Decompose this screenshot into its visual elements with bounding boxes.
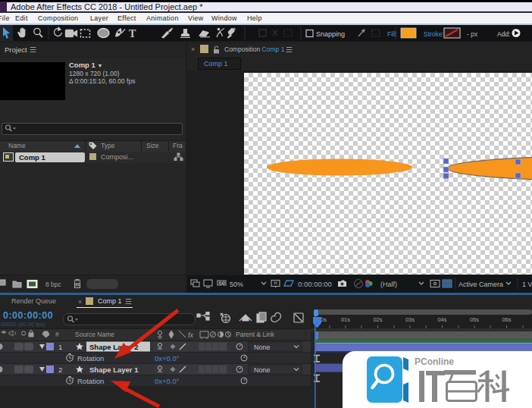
svg-text:Add:: Add: [497,30,511,38]
svg-text:Rotation: Rotation [77,377,104,385]
svg-text:1 V: 1 V [522,281,532,288]
svg-text:Rotation: Rotation [77,354,104,362]
svg-text:None: None [254,366,271,374]
svg-text:03s: 03s [405,316,415,323]
svg-text:fx: fx [188,331,194,339]
svg-text:Fill:: Fill: [387,30,397,38]
svg-text:Parent & Link: Parent & Link [236,331,275,338]
svg-text:0x+0.0°: 0x+0.0° [155,377,180,385]
svg-text:0x+0.0°: 0x+0.0° [155,354,180,362]
svg-text:05s: 05s [470,316,479,323]
svg-text:Source Name: Source Name [75,331,114,338]
svg-text:PConline: PConline [415,356,454,367]
svg-text:Active Camera: Active Camera [458,281,503,288]
svg-text:Snapping: Snapping [316,30,345,38]
svg-text:- px: - px [467,30,478,38]
svg-text:0:00:00:00: 0:00:00:00 [298,280,332,288]
svg-text:Shape Layer 1: Shape Layer 1 [89,366,139,374]
svg-text:8 bpc: 8 bpc [45,281,62,288]
svg-text:(Half): (Half) [380,281,397,288]
svg-text:06s: 06s [502,316,511,323]
svg-text:02s: 02s [373,316,382,323]
svg-text:50%: 50% [230,281,243,288]
svg-text:04s: 04s [437,316,446,323]
svg-text:Stroke:: Stroke: [424,30,444,38]
svg-text:0s: 0s [321,316,327,323]
svg-text:T: T [129,28,136,39]
svg-text:01s: 01s [341,316,350,323]
svg-text:Shape Layer 2: Shape Layer 2 [89,343,138,351]
svg-text:1: 1 [58,343,62,351]
svg-text:2: 2 [58,366,62,374]
svg-text:#: # [55,331,59,338]
svg-text:None: None [254,344,271,351]
